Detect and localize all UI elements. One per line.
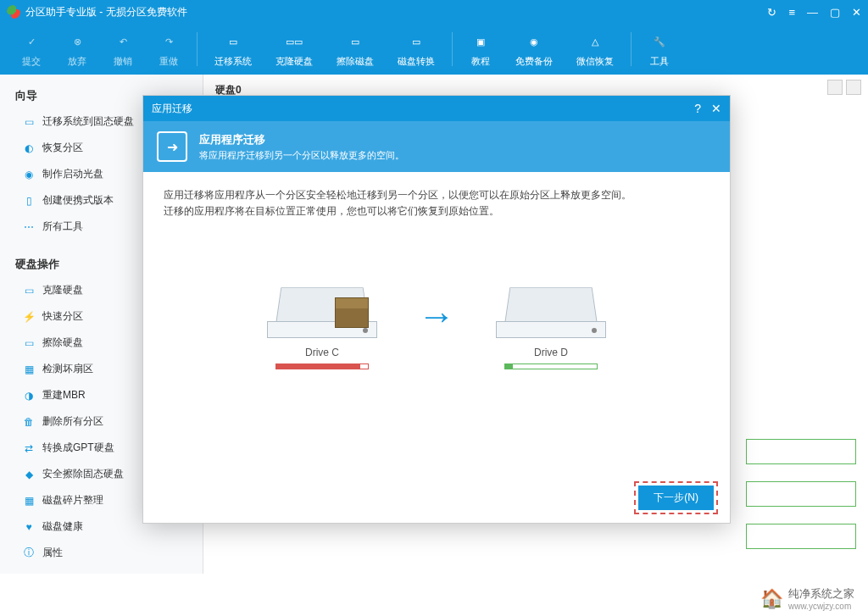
- view-list-icon[interactable]: [846, 80, 861, 95]
- toolbar-tools[interactable]: 🔧工具: [637, 28, 682, 71]
- partition-bar[interactable]: [746, 524, 856, 549]
- folder-arrow-icon: ➜: [157, 131, 187, 162]
- close-icon[interactable]: ✕: [711, 102, 721, 115]
- titlebar: 分区助手专业版 - 无损分区免费软件 ↻ ≡ — ▢ ✕: [0, 0, 868, 24]
- house-icon: 🏠: [760, 588, 783, 610]
- wipe-icon: ▭: [22, 336, 36, 350]
- watermark-url: www.ycwjzy.com: [788, 602, 854, 611]
- migrate-icon: ▭: [222, 31, 244, 53]
- toolbar-wipe-disk[interactable]: ▭擦除磁盘: [325, 28, 386, 71]
- sidebar-item-properties[interactable]: ⓘ属性: [0, 540, 203, 566]
- toolbar-undo[interactable]: ↶撤销: [100, 28, 146, 71]
- wrench-icon: 🔧: [648, 31, 670, 53]
- mbr-icon: ◑: [22, 389, 36, 402]
- watermark: 🏠 纯净系统之家 www.ycwjzy.com: [760, 586, 854, 611]
- view-grid-icon[interactable]: [827, 80, 843, 95]
- help-icon[interactable]: ?: [694, 102, 701, 115]
- dialog-footer: 下一步(N): [634, 481, 718, 514]
- minimize-icon[interactable]: —: [807, 6, 818, 19]
- dialog-titlebar: 应用迁移 ? ✕: [143, 96, 730, 121]
- backup-icon: ◉: [523, 31, 545, 53]
- drive-illustration: Drive C → Drive D: [164, 262, 709, 369]
- trash-icon: 🗑: [22, 415, 36, 429]
- toolbar-backup[interactable]: ◉免费备份: [504, 28, 565, 71]
- drive-d-usage: [504, 363, 598, 369]
- toolbar-wechat-recover[interactable]: △微信恢复: [565, 28, 626, 71]
- window-controls: ↻ ≡ — ▢ ✕: [767, 6, 861, 19]
- heart-icon: ♥: [22, 520, 36, 534]
- next-button[interactable]: 下一步(N): [638, 486, 714, 510]
- recover-icon: ◐: [22, 142, 36, 155]
- app-title: 分区助手专业版 - 无损分区免费软件: [25, 5, 767, 19]
- toolbar-migrate-os[interactable]: ▭迁移系统: [203, 28, 264, 71]
- separator: [631, 32, 632, 66]
- disk-icon: ▭: [22, 284, 36, 297]
- target-drive: Drive D: [496, 262, 606, 369]
- separator: [452, 32, 453, 66]
- separator: [197, 32, 198, 66]
- dialog-body: 应用迁移将应用程序从一个分区安全轻松地迁移到另一个分区，以便您可以在原始分区上释…: [143, 172, 730, 385]
- dialog-header: ➜ 应用程序迁移 将应用程序迁移到另一个分区以释放更多的空间。: [143, 121, 730, 172]
- toolbar: ✓提交 ⊗放弃 ↶撤销 ↷重做 ▭迁移系统 ▭▭克隆硬盘 ▭擦除磁盘 ▭磁盘转换…: [0, 24, 868, 75]
- defrag-icon: ▦: [22, 494, 36, 508]
- convert-icon: ⇄: [22, 441, 36, 455]
- toolbar-tutorial[interactable]: ▣教程: [458, 28, 504, 71]
- app-migration-dialog: 应用迁移 ? ✕ ➜ 应用程序迁移 将应用程序迁移到另一个分区以释放更多的空间。…: [142, 95, 731, 524]
- app-logo-icon: [7, 5, 20, 19]
- bolt-icon: ⚡: [22, 310, 36, 324]
- redo-icon: ↷: [158, 31, 180, 53]
- close-icon[interactable]: ✕: [852, 6, 861, 19]
- check-icon: ✓: [20, 31, 42, 53]
- dialog-text-2: 迁移的应用程序将在目标位置正常使用，您也可以将它们恢复到原始位置。: [164, 203, 709, 219]
- toolbar-commit[interactable]: ✓提交: [8, 28, 54, 71]
- package-icon: [335, 297, 369, 328]
- drive-d-label: Drive D: [496, 347, 606, 358]
- toolbar-convert-disk[interactable]: ▭磁盘转换: [386, 28, 447, 71]
- portable-icon: ▯: [22, 194, 36, 208]
- dialog-title: 应用迁移: [152, 102, 684, 116]
- wechat-icon: △: [584, 31, 606, 53]
- partition-bar[interactable]: [746, 481, 856, 507]
- disk-icon: ▭: [22, 115, 36, 129]
- toolbar-redo[interactable]: ↷重做: [146, 28, 192, 71]
- refresh-icon[interactable]: ↻: [767, 6, 776, 19]
- source-drive: Drive C: [267, 262, 377, 369]
- clone-icon: ▭▭: [283, 31, 305, 53]
- undo-icon: ↶: [112, 31, 134, 53]
- dialog-text-1: 应用迁移将应用程序从一个分区安全轻松地迁移到另一个分区，以便您可以在原始分区上释…: [164, 187, 709, 203]
- drive-c-usage: [275, 363, 369, 369]
- tutorial-icon: ▣: [470, 31, 492, 53]
- view-toggle: [827, 80, 861, 95]
- grid-icon: ▦: [22, 363, 36, 376]
- toolbar-discard[interactable]: ⊗放弃: [54, 28, 100, 71]
- partition-bar[interactable]: [746, 439, 856, 464]
- arrow-right-icon: →: [418, 295, 455, 337]
- maximize-icon[interactable]: ▢: [830, 6, 840, 19]
- convert-icon: ▭: [405, 31, 427, 53]
- partition-overview: [746, 439, 856, 566]
- watermark-text: 纯净系统之家: [788, 587, 854, 600]
- more-icon: ⋯: [22, 220, 36, 234]
- toolbar-clone-disk[interactable]: ▭▭克隆硬盘: [264, 28, 325, 71]
- wipe-icon: ▭: [344, 31, 366, 53]
- highlight-box: 下一步(N): [634, 481, 718, 514]
- cd-icon: ◉: [22, 168, 36, 181]
- ssd-icon: ◆: [22, 468, 36, 481]
- discard-icon: ⊗: [66, 31, 88, 53]
- drive-c-label: Drive C: [267, 347, 377, 358]
- dialog-header-title: 应用程序迁移: [199, 132, 404, 147]
- info-icon: ⓘ: [22, 547, 36, 560]
- menu-icon[interactable]: ≡: [788, 6, 795, 19]
- dialog-header-sub: 将应用程序迁移到另一个分区以释放更多的空间。: [199, 149, 404, 162]
